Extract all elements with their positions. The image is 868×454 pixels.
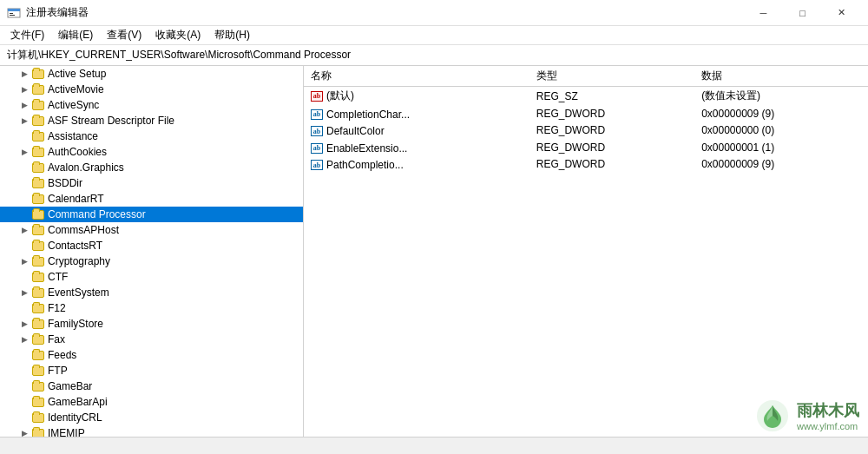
tree-item[interactable]: ▶FamilyStore (0, 316, 303, 332)
address-text: 计算机\HKEY_CURRENT_USER\Software\Microsoft… (7, 48, 351, 63)
app-icon (7, 6, 21, 20)
folder-icon (31, 427, 45, 437)
tree-item[interactable]: ▶ASF Stream Descriptor File (0, 113, 303, 128)
tree-item[interactable]: ▶Active Setup (0, 66, 303, 82)
tree-item[interactable]: CalendarRT (0, 191, 303, 207)
menu-item[interactable]: 文件(F) (3, 26, 51, 44)
tree-item[interactable]: ▶IMEMIP (0, 425, 303, 437)
tree-label: Active Setup (45, 68, 106, 80)
tree-item[interactable]: Feeds (0, 347, 303, 363)
detail-row[interactable]: ab EnableExtensio...REG_DWORD0x00000001 … (304, 139, 868, 156)
detail-row[interactable]: ab (默认)REG_SZ(数值未设置) (304, 87, 868, 106)
tree-expander: ▶ (17, 426, 31, 437)
tree-item[interactable]: ▶CommsAPHost (0, 222, 303, 238)
tree-expander: ▶ (17, 67, 31, 81)
tree-expander: ▶ (17, 82, 31, 96)
col-data: 数据 (694, 66, 868, 87)
tree-item[interactable]: GameBarApi (0, 394, 303, 410)
tree-label: CommsAPHost (45, 224, 119, 236)
minimize-button[interactable]: ─ (744, 0, 783, 26)
tree-expander: ▶ (17, 317, 31, 331)
tree-item[interactable]: GameBar (0, 378, 303, 394)
tree-label: AuthCookies (45, 146, 107, 158)
detail-cell-type: REG_DWORD (529, 139, 694, 156)
tree-item[interactable]: ▶Cryptography (0, 253, 303, 269)
tree-item[interactable]: Command Processor (0, 207, 303, 222)
folder-icon (31, 318, 45, 330)
tree-item[interactable]: ContactsRT (0, 238, 303, 253)
tree-item[interactable]: ▶AuthCookies (0, 144, 303, 160)
close-button[interactable]: ✕ (822, 0, 861, 26)
detail-row[interactable]: ab CompletionChar...REG_DWORD0x00000009 … (304, 105, 868, 122)
tree-label: Feeds (45, 349, 76, 361)
tree-item[interactable]: F12 (0, 300, 303, 316)
svg-rect-1 (8, 9, 20, 11)
tree-item[interactable]: ▶ActiveMovie (0, 82, 303, 97)
watermark: 雨林木风 www.ylmf.com (755, 398, 859, 433)
col-name: 名称 (304, 66, 529, 87)
detail-table: 名称 类型 数据 ab (默认)REG_SZ(数值未设置)ab Completi… (304, 66, 868, 173)
folder-icon (31, 411, 45, 424)
menu-item[interactable]: 编辑(E) (51, 26, 100, 44)
tree-item[interactable]: ▶ActiveSync (0, 97, 303, 113)
tree-label: GameBarApi (45, 396, 108, 408)
tree-item[interactable]: CTF (0, 269, 303, 285)
tree-label: IMEMIP (45, 427, 85, 437)
detail-cell-name: ab DefaultColor (304, 122, 529, 140)
folder-icon (31, 161, 45, 174)
tree-item[interactable]: FTP (0, 363, 303, 378)
tree-label: FamilyStore (45, 318, 103, 330)
tree-label: Command Processor (45, 208, 146, 220)
detail-cell-type: REG_DWORD (529, 156, 694, 174)
tree-expander: ▶ (17, 145, 31, 159)
tree-label: ContactsRT (45, 240, 102, 252)
tree-label: BSDDir (45, 177, 82, 189)
detail-cell-type: REG_DWORD (529, 105, 694, 122)
tree-label: Avalon.Graphics (45, 161, 124, 174)
folder-icon (31, 193, 45, 205)
detail-panel[interactable]: 名称 类型 数据 ab (默认)REG_SZ(数值未设置)ab Completi… (304, 66, 868, 437)
menu-bar: 文件(F)编辑(E)查看(V)收藏夹(A)帮助(H) (0, 26, 868, 45)
menu-item[interactable]: 帮助(H) (207, 26, 257, 44)
detail-cell-data: 0x00000001 (1) (694, 139, 868, 156)
tree-item[interactable]: Assistance (0, 128, 303, 144)
tree-item[interactable]: ▶Fax (0, 332, 303, 347)
tree-expander (17, 176, 31, 190)
detail-row[interactable]: ab DefaultColorREG_DWORD0x00000000 (0) (304, 122, 868, 140)
title-bar: 注册表编辑器 ─ □ ✕ (0, 0, 868, 26)
detail-tbody: ab (默认)REG_SZ(数值未设置)ab CompletionChar...… (304, 87, 868, 174)
app-title: 注册表编辑器 (26, 5, 89, 20)
folder-icon (31, 255, 45, 267)
tree-expander (17, 207, 31, 221)
tree-expander: ▶ (17, 114, 31, 128)
tree-expander (17, 239, 31, 253)
folder-icon (31, 208, 45, 220)
detail-row[interactable]: ab PathCompletio...REG_DWORD0x00000009 (… (304, 156, 868, 174)
tree-item[interactable]: Avalon.Graphics (0, 160, 303, 175)
tree-expander (17, 379, 31, 393)
tree-item[interactable]: BSDDir (0, 175, 303, 191)
menu-item[interactable]: 收藏夹(A) (148, 26, 207, 44)
svg-rect-2 (10, 13, 13, 14)
folder-icon (31, 349, 45, 361)
tree-item[interactable]: ▶EventSystem (0, 285, 303, 300)
detail-cell-data: (数值未设置) (694, 87, 868, 106)
col-type: 类型 (529, 66, 694, 87)
folder-icon (31, 396, 45, 408)
tree-expander (17, 348, 31, 362)
tree-expander (17, 364, 31, 378)
tree-expander: ▶ (17, 286, 31, 299)
address-bar: 计算机\HKEY_CURRENT_USER\Software\Microsoft… (0, 45, 868, 66)
folder-icon (31, 271, 45, 283)
tree-panel[interactable]: ▶Active Setup▶ActiveMovie▶ActiveSync▶ASF… (0, 66, 304, 437)
tree-expander (17, 129, 31, 143)
title-bar-left: 注册表编辑器 (7, 5, 89, 20)
maximize-button[interactable]: □ (783, 0, 822, 26)
tree-item[interactable]: IdentityCRL (0, 410, 303, 425)
folder-icon (31, 240, 45, 252)
folder-icon (31, 177, 45, 189)
detail-cell-type: REG_SZ (529, 87, 694, 106)
menu-item[interactable]: 查看(V) (100, 26, 148, 44)
folder-icon (31, 68, 45, 80)
watermark-brand: 雨林木风 (797, 400, 859, 421)
